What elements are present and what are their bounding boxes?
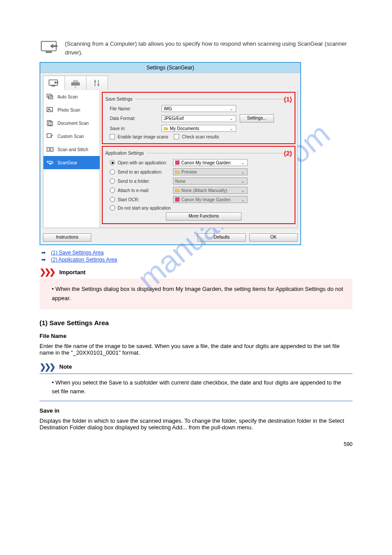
save-in-select[interactable]: My Documents ⌄ [162,125,236,132]
radio-label: Open with an application: [118,160,173,165]
section-number-1: (1) [284,95,292,103]
svg-rect-3 [51,86,55,87]
more-functions-button[interactable]: More Functions [166,212,241,221]
tab-scan-from-computer[interactable] [43,76,65,91]
open-with-app-select[interactable]: Canon My Image Garden ⌄ [173,159,248,166]
arrow-icon: ➡ [41,257,46,263]
app-icon [175,197,180,202]
send-to-app-select: Preview ⌄ [173,168,248,175]
app-icon [175,160,180,165]
note-text: When you select the Save to a subfolder … [52,379,341,395]
sidebar-item-custom-scan[interactable]: Custom Scan [43,130,100,143]
dialog-body: Auto Scan Photo Scan Document Scan Custo… [40,73,300,231]
data-format-settings-button[interactable]: Settings... [240,114,274,123]
folder-icon [175,170,180,174]
radio-send-to-app[interactable] [110,169,115,174]
sidebar-item-document-scan[interactable]: Document Scan [43,116,100,130]
photo-scan-icon [46,107,54,113]
svg-rect-21 [176,161,180,165]
chevron-right-red-icon: ❯❯❯ [40,267,54,277]
note-body: • When you select the Save to a subfolde… [40,374,352,402]
sidebar-item-label: Custom Scan [58,134,84,139]
tab-general-settings[interactable] [86,76,108,91]
divider [147,153,284,153]
link-save-settings-area[interactable]: (1) Save Settings Area [51,250,104,256]
sidebar-item-photo-scan[interactable]: Photo Scan [43,103,100,116]
svg-rect-19 [50,148,53,151]
radio-do-not-start-app[interactable] [110,205,115,210]
radio-label: Send to an application: [118,170,173,174]
chevron-down-icon: ⌄ [229,106,234,111]
note-block: ❯❯❯ Note • When you select the Save to a… [40,362,352,402]
document-scan-icon [46,120,54,126]
intro-text: (Scanning from a Computer) tab allows yo… [65,40,352,57]
select-value: Canon My Image Garden [181,197,230,202]
ok-button[interactable]: OK [249,233,298,242]
folder-icon [164,126,168,131]
sidebar-item-label: Photo Scan [58,108,80,112]
chevron-down-icon: ⌄ [240,188,245,193]
file-name-field[interactable]: IMG ⌄ [162,105,236,112]
data-format-value: JPEG/Exif [164,116,184,121]
attach-email-select: None (Attach Manually) ⌄ [173,187,248,194]
instructions-button[interactable]: Instructions [43,233,91,242]
save-in-value: My Documents [170,126,199,131]
right-pane: Save Settings (1) File Name: IMG ⌄ [100,90,298,228]
svg-rect-20 [50,163,51,164]
page-number: 590 [40,441,352,447]
chevron-down-icon: ⌄ [240,170,245,174]
sidebar-item-label: ScanGear [58,160,77,165]
tabs-row [43,76,298,91]
auto-scan-icon [46,94,54,100]
select-value: Canon My Image Garden [181,160,230,165]
sidebar-item-scan-and-stitch[interactable]: Scan and Stitch [43,143,100,156]
file-name-value: IMG [164,106,172,111]
save-in-description: Displays the folder in which to save the… [40,417,352,431]
svg-point-9 [97,84,99,86]
send-to-folder-select: None ⌄ [173,178,248,185]
sidebar-item-label: Scan and Stitch [58,147,88,152]
important-text: When the Settings dialog box is displaye… [52,286,343,301]
note-heading: Note [59,363,72,370]
page-root: manualshive.com (Scanning from a Compute… [0,0,392,465]
svg-rect-5 [73,80,78,83]
stitch-icon [46,146,54,152]
checkbox-icon [174,134,179,139]
sidebar: Auto Scan Photo Scan Document Scan Custo… [43,90,100,228]
save-settings-label: Save Settings [105,97,133,102]
radio-start-ocr[interactable] [110,197,115,202]
enable-large-image-scans-checkbox[interactable]: Enable large image scans [110,134,168,139]
save-settings-section: Save Settings (1) File Name: IMG ⌄ [102,92,295,144]
svg-rect-1 [46,51,52,53]
svg-point-7 [94,80,96,82]
section-heading-1: (1) Save Settings Area [40,319,352,326]
scan-from-computer-icon [48,79,60,87]
field-term-file-name: File Name [40,333,352,339]
sidebar-item-label: Auto Scan [58,94,78,99]
quick-links: ➡ (1) Save Settings Area ➡ (2) Applicati… [41,250,352,263]
panel-row: Auto Scan Photo Scan Document Scan Custo… [43,90,298,228]
select-value: Preview [181,170,197,174]
arrow-icon: ➡ [41,250,46,256]
svg-rect-18 [47,148,50,151]
start-ocr-select: Canon My Image Garden ⌄ [173,196,248,203]
app-settings-label: Application Settings [105,151,144,156]
link-application-settings-area[interactable]: (2) Application Settings Area [51,257,117,263]
svg-rect-22 [176,198,180,202]
printer-icon [70,79,81,87]
intro-body: (Scanning from a Computer) tab allows yo… [65,40,347,56]
check-scan-results-checkbox[interactable]: Check scan results [174,134,219,139]
defaults-button[interactable]: Defaults [198,233,246,242]
tab-scan-to-computer[interactable] [65,76,86,91]
data-format-select[interactable]: JPEG/Exif ⌄ [162,115,236,122]
radio-open-with-app[interactable] [110,160,115,165]
important-body: • When the Settings dialog box is displa… [40,279,352,309]
sidebar-item-scangear[interactable]: ScanGear [43,156,100,169]
svg-rect-4 [71,82,80,85]
select-value: None [175,179,186,184]
sidebar-item-auto-scan[interactable]: Auto Scan [43,90,100,103]
radio-attach-to-email[interactable] [110,188,115,193]
select-value: None (Attach Manually) [181,188,227,193]
radio-send-to-folder[interactable] [110,178,115,184]
divider [135,99,284,99]
